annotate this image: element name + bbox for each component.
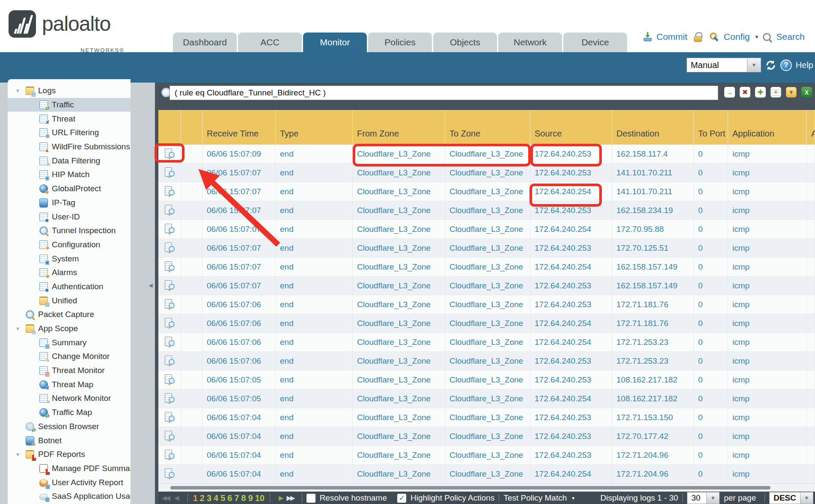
log-detail-icon[interactable] — [164, 355, 175, 367]
log-detail-cell[interactable] — [158, 352, 181, 371]
log-detail-cell[interactable] — [158, 408, 181, 427]
sidebar-item-unified[interactable]: ▤ Unified — [8, 294, 131, 308]
sidebar-item-packet-capture[interactable]: Packet Capture — [8, 308, 131, 322]
page-number[interactable]: 10 — [255, 493, 265, 503]
test-policy-match-button[interactable]: Test Policy Match ▼ — [503, 493, 575, 503]
sidebar-item-alarms[interactable]: ◆ Alarms — [8, 266, 131, 280]
sidebar-item-globalprotect[interactable]: ☻ GlobalProtect — [8, 182, 131, 196]
tab-acc[interactable]: ACC — [238, 33, 302, 52]
expander-icon[interactable]: ▼ — [15, 88, 26, 93]
sort-order-value[interactable]: DESC — [769, 492, 800, 504]
page-number[interactable]: 6 — [227, 493, 232, 503]
lock-icon[interactable] — [694, 32, 702, 42]
filter-query-input[interactable] — [170, 86, 718, 100]
column-header-application[interactable]: Application — [728, 110, 807, 145]
sidebar-item-user-activity-report[interactable]: ▦ User Activity Report — [8, 475, 131, 489]
log-detail-cell[interactable] — [158, 220, 181, 239]
config-button[interactable]: Config — [724, 32, 750, 42]
sidebar-item-wildfire-submissions[interactable]: ▲ WildFire Submissions — [8, 140, 131, 154]
refresh-icon[interactable] — [765, 59, 776, 71]
table-row[interactable]: 06/06 15:07:06 end Cloudflare_L3_Zone Cl… — [158, 295, 815, 314]
sort-order-dropdown-icon[interactable]: ▼ — [800, 492, 813, 504]
next-page-button[interactable]: ▶ — [279, 494, 283, 502]
column-header-to-zone[interactable]: To Zone — [445, 110, 530, 145]
add-filter-button[interactable]: ✚ — [755, 87, 766, 98]
column-header-from-zone[interactable]: From Zone — [353, 110, 445, 145]
help-label[interactable]: Help — [796, 60, 813, 70]
search-button[interactable]: Search — [776, 32, 805, 42]
table-row[interactable]: 06/06 15:07:04 end Cloudflare_L3_Zone Cl… — [158, 427, 815, 446]
log-detail-icon[interactable] — [164, 167, 175, 178]
column-header-type[interactable]: Type — [276, 110, 353, 145]
log-detail-icon[interactable] — [164, 468, 175, 480]
sidebar-item-threat-monitor[interactable]: ▥ Threat Monitor — [8, 364, 131, 378]
log-detail-cell[interactable] — [158, 295, 181, 314]
expander-icon[interactable]: ▼ — [15, 326, 26, 331]
sidebar-item-data-filtering[interactable]: ≡ Data Filtering — [8, 154, 131, 168]
sidebar-item-traffic-map[interactable]: ⇄ Traffic Map — [8, 406, 131, 420]
column-header-source[interactable]: Source — [530, 110, 612, 145]
column-header-receive-time[interactable]: Receive Time — [202, 110, 276, 145]
clear-filter-button[interactable]: ✖ — [740, 87, 750, 98]
page-number[interactable]: 8 — [241, 493, 246, 503]
sidebar-item-change-monitor[interactable]: ⇘ Change Monitor — [8, 350, 131, 364]
log-detail-cell[interactable] — [158, 276, 181, 295]
table-row[interactable]: 06/06 15:07:05 end Cloudflare_L3_Zone Cl… — [158, 389, 815, 408]
table-row[interactable]: 06/06 15:07:07 end Cloudflare_L3_Zone Cl… — [158, 258, 815, 276]
log-detail-icon[interactable] — [164, 336, 175, 348]
page-number[interactable]: 4 — [214, 493, 218, 503]
log-detail-cell[interactable] — [158, 427, 181, 446]
sidebar-item-logs[interactable]: ▼ ▤ Logs — [8, 84, 131, 98]
table-row[interactable]: 06/06 15:07:06 end Cloudflare_L3_Zone Cl… — [158, 352, 815, 371]
table-row[interactable]: 06/06 15:07:06 end Cloudflare_L3_Zone Cl… — [158, 333, 815, 352]
log-detail-icon[interactable] — [164, 280, 175, 291]
table-row[interactable]: 06/06 15:07:06 end Cloudflare_L3_Zone Cl… — [158, 314, 815, 333]
highlight-policy-actions-checkbox[interactable] — [397, 494, 406, 503]
log-detail-icon[interactable] — [164, 148, 175, 160]
refresh-mode-value[interactable]: Manual — [687, 58, 747, 72]
sidebar-item-saas-application-usage[interactable]: ▦ SaaS Application Usage — [8, 489, 131, 504]
page-number[interactable]: 1 — [193, 493, 198, 503]
log-detail-icon[interactable] — [164, 299, 175, 310]
expander-icon[interactable]: ▼ — [15, 452, 26, 457]
sidebar-item-threat[interactable]: ✘ Threat — [8, 112, 131, 126]
table-row[interactable]: 06/06 15:07:07 end Cloudflare_L3_Zone Cl… — [158, 220, 815, 239]
sidebar-item-pdf-reports[interactable]: ▼ ▙ PDF Reports — [8, 448, 131, 462]
log-detail-cell[interactable] — [158, 145, 181, 163]
log-detail-icon[interactable] — [164, 242, 175, 254]
page-number[interactable]: 7 — [234, 493, 239, 503]
horizontal-scrollbar[interactable] — [158, 483, 815, 492]
log-detail-icon[interactable] — [164, 393, 175, 404]
commit-button[interactable]: Commit — [657, 32, 687, 42]
log-detail-cell[interactable] — [158, 446, 181, 465]
sidebar-item-botnet[interactable]: ☠ Botnet — [8, 433, 131, 448]
log-detail-icon[interactable] — [164, 186, 175, 197]
log-detail-icon[interactable] — [164, 261, 175, 273]
log-detail-icon[interactable] — [164, 205, 175, 216]
per-page-value[interactable]: 30 — [687, 492, 707, 504]
tab-objects[interactable]: Objects — [433, 33, 497, 52]
refresh-mode-dropdown-icon[interactable]: ▼ — [747, 58, 761, 72]
table-row[interactable]: 06/06 15:07:07 end Cloudflare_L3_Zone Cl… — [158, 276, 815, 295]
export-csv-button[interactable]: X — [801, 87, 812, 98]
log-detail-cell[interactable] — [158, 314, 181, 333]
config-caret-icon[interactable]: ▼ — [755, 34, 759, 39]
log-detail-icon[interactable] — [164, 449, 175, 461]
sidebar-item-tunnel-inspection[interactable]: Tunnel Inspection — [8, 224, 131, 238]
log-detail-icon[interactable] — [164, 223, 175, 235]
log-detail-icon[interactable] — [164, 374, 175, 385]
prev-page-button[interactable]: ◀ — [174, 494, 178, 502]
log-detail-cell[interactable] — [158, 182, 181, 201]
help-icon[interactable]: ? — [780, 59, 792, 71]
page-number[interactable]: 2 — [200, 493, 205, 503]
sidebar-item-user-id[interactable]: ☻ User-ID — [8, 210, 131, 224]
sidebar-item-url-filtering[interactable]: ⊚ URL Filtering — [8, 126, 131, 140]
sidebar-item-system[interactable]: ▣ System — [8, 252, 131, 266]
log-detail-cell[interactable] — [158, 258, 181, 276]
load-filter-button[interactable]: ▼ — [786, 87, 797, 98]
sidebar-item-hip-match[interactable]: ▣ HIP Match — [8, 168, 131, 182]
table-row[interactable]: 06/06 15:07:04 end Cloudflare_L3_Zone Cl… — [158, 465, 815, 483]
table-row[interactable]: 06/06 15:07:07 end Cloudflare_L3_Zone Cl… — [158, 201, 815, 220]
tab-device[interactable]: Device — [563, 33, 627, 52]
sort-order-select[interactable]: DESC ▼ — [769, 492, 813, 504]
